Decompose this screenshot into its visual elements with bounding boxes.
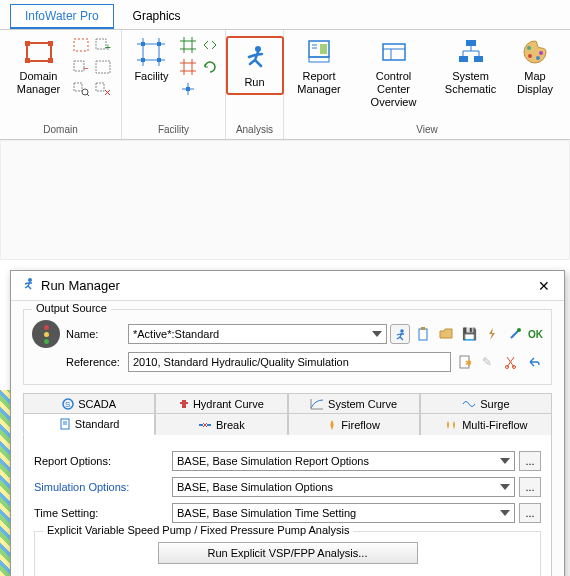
run-button[interactable]: Run xyxy=(226,36,284,95)
select-all-icon[interactable] xyxy=(94,58,112,76)
group-domain-title: Domain xyxy=(6,122,115,139)
simulation-options-combo[interactable]: BASE, Base Simulation Options xyxy=(172,477,515,497)
svg-rect-58 xyxy=(419,329,427,340)
zoom-select-icon[interactable] xyxy=(72,80,90,98)
save-icon[interactable]: 💾 xyxy=(459,324,479,344)
tools-icon[interactable] xyxy=(505,324,525,344)
svg-text:✱: ✱ xyxy=(465,358,471,368)
svg-text:+: + xyxy=(105,42,111,52)
tab-fireflow[interactable]: Fireflow xyxy=(288,413,420,435)
cut-icon[interactable] xyxy=(500,352,520,372)
report-options-browse[interactable]: ... xyxy=(519,451,541,471)
map-edge xyxy=(0,390,10,576)
palette-icon xyxy=(519,36,551,68)
map-display-label: Map Display xyxy=(517,70,553,96)
tab-break[interactable]: Break xyxy=(155,413,287,435)
run-now-button[interactable] xyxy=(390,324,410,344)
domain-rect-icon xyxy=(23,36,55,68)
clipboard-icon[interactable] xyxy=(413,324,433,344)
svg-rect-47 xyxy=(474,56,483,62)
control-center-icon xyxy=(378,36,410,68)
name-combo[interactable]: *Active*:Standard xyxy=(128,324,387,344)
status-light-icon[interactable] xyxy=(32,320,60,348)
map-display-button[interactable]: Map Display xyxy=(506,32,564,100)
facility-small-icons xyxy=(179,32,219,98)
facility-button[interactable]: Facility xyxy=(128,32,174,87)
reference-field[interactable] xyxy=(128,352,451,372)
tabs-row-bottom: Standard Break Fireflow Multi-Fireflow xyxy=(23,413,552,435)
domain-dashed-icon[interactable] xyxy=(72,36,90,54)
control-center-button[interactable]: Control Center Overview xyxy=(352,32,435,114)
run-manager-dialog: Run Manager ✕ Output Source Name: *Activ… xyxy=(10,270,565,576)
run-person-icon xyxy=(239,42,271,74)
svg-rect-35 xyxy=(186,87,190,91)
domain-manager-button[interactable]: Domain Manager xyxy=(10,32,68,100)
report-manager-label: Report Manager xyxy=(297,70,340,96)
tab-multi-fireflow[interactable]: Multi-Fireflow xyxy=(420,413,552,435)
group-domain: Domain Manager + − xyxy=(0,30,122,139)
svg-rect-1 xyxy=(25,41,30,46)
new-doc-icon[interactable]: ✱ xyxy=(454,352,474,372)
tab-standard[interactable]: Standard xyxy=(23,413,155,435)
svg-rect-68 xyxy=(180,402,188,404)
edit-icon[interactable]: ✎ xyxy=(477,352,497,372)
explicit-group: Explicit Variable Speed Pump / Fixed Pre… xyxy=(34,531,541,576)
close-button[interactable]: ✕ xyxy=(534,278,554,294)
group-view: Report Manager Control Center Overview S… xyxy=(284,30,570,139)
arrows-diag-icon[interactable] xyxy=(201,36,219,54)
ok-button[interactable]: OK xyxy=(528,329,543,340)
group-analysis-title: Analysis xyxy=(232,122,277,139)
grid-green-icon[interactable] xyxy=(179,36,197,54)
report-options-combo[interactable]: BASE, Base Simulation Report Options xyxy=(172,451,515,471)
report-icon xyxy=(303,36,335,68)
tab-infowater-pro[interactable]: InfoWater Pro xyxy=(10,4,114,29)
svg-rect-59 xyxy=(421,327,425,330)
tab-surge[interactable]: Surge xyxy=(420,393,552,414)
time-setting-browse[interactable]: ... xyxy=(519,503,541,523)
select-plus-icon[interactable]: + xyxy=(94,36,112,54)
svg-rect-10 xyxy=(96,61,110,73)
folder-open-icon[interactable] xyxy=(436,324,456,344)
time-setting-combo[interactable]: BASE, Base Simulation Time Setting xyxy=(172,503,515,523)
svg-rect-5 xyxy=(74,39,88,51)
tab-scada[interactable]: SSCADA xyxy=(23,393,155,414)
grid-single-icon[interactable] xyxy=(179,80,197,98)
simulation-options-browse[interactable]: ... xyxy=(519,477,541,497)
run-label: Run xyxy=(244,76,264,89)
svg-point-55 xyxy=(539,51,543,55)
svg-rect-40 xyxy=(320,44,327,54)
control-center-label: Control Center Overview xyxy=(358,70,429,110)
svg-rect-22 xyxy=(157,42,161,46)
undo-icon[interactable] xyxy=(523,352,543,372)
content-strip xyxy=(0,140,570,260)
svg-rect-3 xyxy=(25,58,30,63)
ribbon-content: Domain Manager + − xyxy=(0,29,570,139)
clear-select-icon[interactable] xyxy=(94,80,112,98)
domain-small-icons: + − xyxy=(72,32,112,98)
name-label: Name: xyxy=(66,328,122,340)
tab-graphics[interactable]: Graphics xyxy=(118,4,196,29)
select-minus-icon[interactable]: − xyxy=(72,58,90,76)
facility-grid-icon xyxy=(135,36,167,68)
group-analysis: Run Analysis xyxy=(226,30,284,139)
tabs-row-top: SSCADA Hydrant Curve System Curve Surge xyxy=(23,393,552,414)
refresh-green-icon[interactable] xyxy=(201,58,219,76)
tab-system-curve[interactable]: System Curve xyxy=(288,393,420,414)
grid-orange-icon[interactable] xyxy=(179,58,197,76)
lightning-icon[interactable] xyxy=(482,324,502,344)
group-facility: Facility Facility xyxy=(122,30,226,139)
svg-rect-4 xyxy=(48,58,53,63)
svg-rect-0 xyxy=(27,43,51,61)
report-manager-button[interactable]: Report Manager xyxy=(290,32,348,100)
svg-rect-46 xyxy=(459,56,468,62)
run-explicit-button[interactable]: Run Explicit VSP/FPP Analysis... xyxy=(158,542,418,564)
tab-hydrant-curve[interactable]: Hydrant Curve xyxy=(155,393,287,414)
dialog-title: Run Manager xyxy=(41,278,120,293)
system-schematic-button[interactable]: System Schematic xyxy=(439,32,502,100)
group-view-title: View xyxy=(290,122,564,139)
dialog-titlebar: Run Manager ✕ xyxy=(11,271,564,301)
svg-rect-11 xyxy=(74,83,82,91)
svg-point-56 xyxy=(28,278,32,282)
simulation-options-label: Simulation Options: xyxy=(34,481,164,493)
svg-point-57 xyxy=(400,329,404,333)
